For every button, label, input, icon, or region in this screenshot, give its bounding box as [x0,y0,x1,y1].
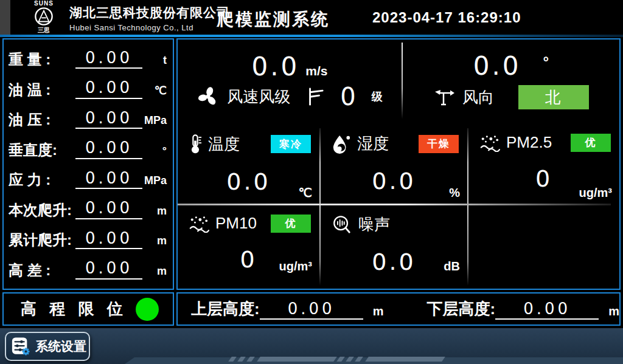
measure-value: 0.00 [75,138,142,159]
wind-direction-label: 风向 [462,87,494,108]
measure-value: 0.00 [75,108,142,129]
humidity-value: 0.0 [321,168,467,194]
pm25-unit: ug/m³ [579,186,612,200]
measure-unit: m [142,203,167,219]
measure-row-height-diff: 高 差 : 0.00 m [9,258,167,280]
wind-level-unit: 级 [372,89,383,104]
lower-level-value: 0.00 [495,299,599,320]
wind-vane-icon [433,88,455,107]
header-left-strip [0,0,10,35]
droplet-icon [332,134,351,154]
level-heights-panel: 上层高度: 0.00 m 下层高度: 0.00 m [176,292,621,326]
humidity-cell: 湿度 干燥 0.0 % [321,125,467,204]
measure-label: 垂直度: [9,141,75,159]
footer-bar: 系统设置 [0,328,623,364]
lower-level-unit: m [608,303,619,320]
measure-row-verticality: 垂直度: 0.00 ° [9,138,167,159]
pm10-unit: ug/m³ [279,259,312,273]
measure-value: 0.00 [75,258,142,280]
wind-level-value: 0 [340,84,355,109]
measure-unit: ℃ [142,83,167,99]
particles-icon [479,134,500,152]
measure-unit: m [142,263,167,280]
noise-label: 噪声 [358,214,390,235]
fan-icon [197,85,220,108]
wind-direction-unit: ° [543,53,549,70]
sliders-gear-icon [11,337,30,356]
datetime-display: 2023-04-17 16:29:10 [372,9,521,26]
pm10-cell: PM10 优 0 ug/m³ [178,205,319,287]
measure-label: 本次爬升: [9,201,75,219]
measure-unit: t [142,52,167,69]
measure-value: 0.00 [75,168,142,190]
measure-unit: MPa [142,173,167,189]
wind-speed-value: 0.0 [252,54,300,80]
header-divider [0,35,623,37]
measurement-panel: 重 量 : 0.00 t 油 温 : 0.00 ℃ 油 压 : 0.00 MPa… [2,38,174,290]
measure-row-total-climb: 累计爬升: 0.00 m [9,228,167,250]
upper-level-group: 上层高度: 0.00 m [191,298,383,320]
measure-value: 0.00 [75,78,142,99]
system-settings-label: 系统设置 [35,338,86,355]
footer-decoration [257,357,337,362]
measure-unit: MPa [142,112,167,129]
wind-speed-section: 0.0 m/s 风速风级 0 级 [178,39,402,123]
wind-direction-section: 0.0 ° 风向 北 [404,39,618,123]
lower-level-label: 下层高度: [427,298,496,320]
logo-suns-text: SUNS [21,1,67,7]
particles-icon [189,215,209,233]
temperature-cell: 温度 寒冷 0.0 ℃ [178,125,319,204]
measure-label: 油 压 : [9,111,75,129]
page-title: 爬模监测系统 [217,8,330,31]
pm10-status-badge: 优 [271,215,311,233]
upper-level-unit: m [373,303,384,320]
lower-level-group: 下层高度: 0.00 m [427,298,619,320]
measure-row-current-climb: 本次爬升: 0.00 m [9,198,167,219]
upper-level-label: 上层高度: [191,298,260,320]
pm10-label: PM10 [215,214,257,233]
measure-value: 0.00 [75,198,142,219]
wind-section-divider [402,43,403,119]
measure-row-stress: 应 力 : 0.00 MPa [9,168,167,190]
wind-speed-unit: m/s [305,64,327,78]
elevation-limit-panel: 高 程 限 位 [2,292,174,326]
measure-unit: ° [142,143,167,159]
measure-unit: m [142,233,167,249]
company-name-cn: 湖北三思科技股份有限公司 [69,4,230,21]
measure-label: 累计爬升: [9,231,75,249]
humidity-unit: % [449,186,460,200]
noise-icon [332,215,352,235]
humidity-status-badge: 干燥 [419,135,459,153]
pm25-cell: PM2.5 优 0 ug/m³ [468,125,619,204]
wind-speed-label: 风速风级 [227,86,290,108]
thermometer-icon [189,133,202,155]
measure-label: 应 力 : [9,171,75,189]
temperature-label: 温度 [208,134,240,155]
upper-level-value: 0.00 [260,299,363,320]
measure-label: 油 温 : [9,81,75,99]
noise-unit: dB [444,259,460,273]
measure-label: 重 量 : [9,50,75,69]
measure-row-weight: 重 量 : 0.00 t [9,48,167,69]
environment-panel: 0.0 m/s 风速风级 0 级 [176,38,621,290]
wind-level-flag-icon [306,86,324,107]
measure-row-oil-temp: 油 温 : 0.00 ℃ [9,78,167,99]
wind-direction-value: 0.0 [473,53,521,79]
pm25-label: PM2.5 [506,133,552,152]
measure-value: 0.00 [75,228,142,250]
pm25-status-badge: 优 [571,134,611,152]
header: SUNS 三思 湖北三思科技股份有限公司 Hubei Sansi Technol… [0,0,623,35]
footer-decoration [365,357,445,362]
measure-label: 高 差 : [9,261,75,280]
temperature-status-badge: 寒冷 [271,135,311,153]
wind-direction-badge: 北 [518,85,589,109]
company-logo: SUNS 三思 [21,1,67,33]
temperature-unit: ℃ [299,185,312,200]
logo-cn-text: 三思 [21,27,67,33]
elevation-limit-status-light [136,298,159,321]
noise-cell: 噪声 0.0 dB [321,205,467,287]
company-name: 湖北三思科技股份有限公司 Hubei Sansi Technology Co.,… [69,4,230,32]
system-settings-button[interactable]: 系统设置 [5,332,90,361]
company-name-en: Hubei Sansi Technology Co., Ltd [69,23,230,32]
sansi-logo-icon [34,7,54,26]
